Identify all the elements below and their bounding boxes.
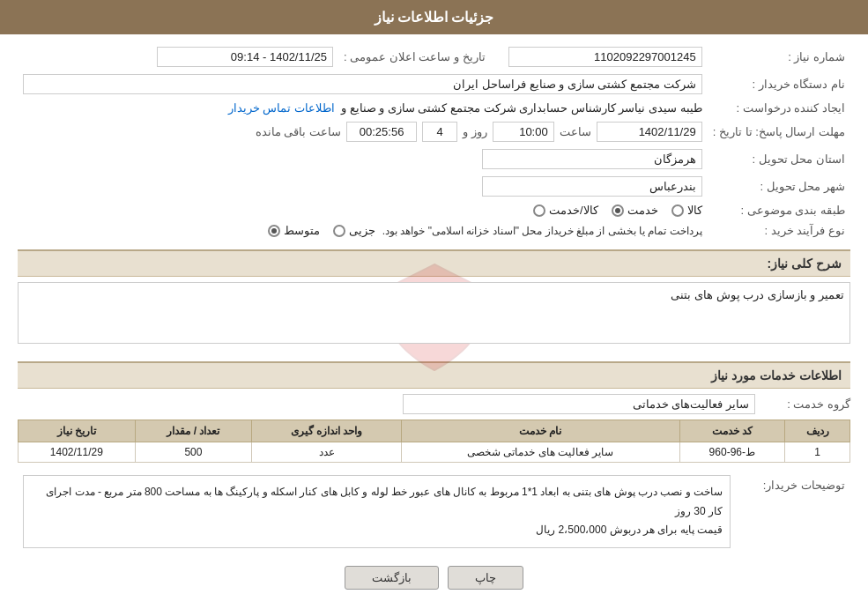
deadline-remaining: 00:25:56 [346, 122, 417, 142]
announce-label: تاریخ و ساعت اعلان عمومی : [344, 50, 486, 63]
category-radio-group: کالا/خدمت خدمت کالا [23, 204, 702, 217]
category-khedmat-label: خدمت [627, 204, 658, 217]
group-service-row: گروه خدمت : سایر فعالیت‌های خدماتی [18, 394, 850, 414]
category-label: طبقه بندی موضوعی : [708, 200, 850, 220]
table-cell-name: سایر فعالیت های خدماتی شخصی [402, 442, 680, 463]
info-table: شماره نیاز : 1102092297001245 تاریخ و سا… [18, 43, 850, 241]
creator-value: طیبه سیدی نیاسر کارشناس حسابداری شرکت مج… [341, 101, 702, 115]
announce-value: 1402/11/25 - 09:14 [157, 47, 333, 67]
group-label: گروه خدمت : [762, 397, 850, 411]
deadline-date: 1402/11/29 [597, 122, 702, 142]
button-bar: چاپ بازگشت [18, 566, 850, 590]
category-option-kala[interactable]: کالا [671, 204, 702, 217]
need-description-value: تعمیر و بازسازی درب پوش های بتنی [671, 288, 844, 338]
deadline-label: مهلت ارسال پاسخ: تا تاریخ : [708, 118, 850, 145]
col-header-code: کد خدمت [679, 420, 784, 442]
table-cell-code: ط-96-960 [679, 442, 784, 463]
radio-kala-khedmat[interactable] [533, 204, 545, 217]
deadline-days: 4 [422, 122, 457, 142]
purchase-type-jozi[interactable]: جزیی [333, 224, 375, 237]
page-container: جزئیات اطلاعات نیاز شماره نیاز : 1102092… [0, 0, 868, 609]
purchase-type-radio-group: متوسط جزیی [268, 224, 375, 237]
need-description-box: تعمیر و بازسازی درب پوش های بتنی [18, 282, 850, 344]
category-kala-khedmat-label: کالا/خدمت [549, 204, 598, 217]
category-option-kala-khedmat[interactable]: کالا/خدمت [533, 204, 598, 217]
col-header-row: ردیف [785, 420, 850, 442]
table-cell-row: 1 [785, 442, 850, 463]
purchase-type-motavasset-label: متوسط [284, 224, 320, 237]
purchase-type-label: نوع فرآیند خرید : [708, 220, 850, 241]
city-value: بندرعباس [482, 176, 702, 197]
category-kala-label: کالا [687, 204, 702, 217]
radio-jozi[interactable] [333, 225, 345, 237]
col-header-unit: واحد اندازه گیری [252, 420, 402, 442]
back-button[interactable]: بازگشت [345, 566, 439, 590]
creator-label: ایجاد کننده درخواست : [708, 98, 850, 118]
radio-khedmat[interactable] [612, 204, 624, 217]
need-number-label: شماره نیاز : [708, 43, 850, 71]
page-title: جزئیات اطلاعات نیاز [375, 10, 494, 25]
col-header-date: تاریخ نیاز [19, 420, 136, 442]
buyer-org-label: نام دستگاه خریدار : [708, 71, 850, 98]
buyer-org-value: شرکت مجتمع کشتی سازی و صنایع فراساحل ایر… [23, 74, 702, 94]
table-cell-unit: عدد [252, 442, 402, 463]
need-description-area: تعمیر و بازسازی درب پوش های بتنی [18, 282, 850, 353]
table-cell-quantity: 500 [135, 442, 252, 463]
category-option-khedmat[interactable]: خدمت [612, 204, 658, 217]
main-content: شماره نیاز : 1102092297001245 تاریخ و سا… [0, 34, 868, 607]
need-number-value: 1102092297001245 [508, 47, 702, 67]
province-value: هرمزگان [482, 149, 702, 169]
print-button[interactable]: چاپ [448, 566, 523, 590]
deadline-remaining-label: ساعت باقی مانده [256, 125, 341, 138]
buyer-description-value: ساخت و نصب درب پوش های بتنی به ابعاد 1*1… [23, 475, 731, 548]
table-cell-date: 1402/11/29 [19, 442, 136, 463]
city-label: شهر محل تحویل : [708, 173, 850, 200]
col-header-qty: تعداد / مقدار [135, 420, 252, 442]
deadline-time: 10:00 [493, 122, 554, 142]
purchase-type-motavasset[interactable]: متوسط [268, 224, 320, 237]
radio-motavasset[interactable] [268, 225, 280, 237]
page-header: جزئیات اطلاعات نیاز [0, 0, 868, 34]
deadline-day-label: روز و [463, 125, 487, 138]
services-section-title: اطلاعات خدمات مورد نیاز [711, 368, 842, 382]
buyer-description-label: توضیحات خریدار: [736, 472, 850, 552]
buyer-description-table: توضیحات خریدار: ساخت و نصب درب پوش های ب… [18, 472, 850, 552]
purchase-type-note: پرداخت تمام یا بخشی از مبلغ خریداز محل "… [382, 225, 702, 237]
need-description-title: شرح کلی نیاز: [768, 256, 842, 271]
creator-link[interactable]: اطلاعات تماس خریدار [228, 101, 335, 115]
province-label: استان محل تحویل : [708, 145, 850, 173]
table-row: 1ط-96-960سایر فعالیت های خدماتی شخصیعدد5… [19, 442, 850, 463]
radio-kala[interactable] [671, 204, 684, 217]
col-header-name: نام خدمت [402, 420, 680, 442]
deadline-time-label: ساعت [560, 125, 591, 138]
services-table: ردیف کد خدمت نام خدمت واحد اندازه گیری ت… [18, 420, 850, 463]
group-value: سایر فعالیت‌های خدماتی [403, 394, 755, 414]
purchase-type-jozi-label: جزیی [349, 224, 375, 237]
